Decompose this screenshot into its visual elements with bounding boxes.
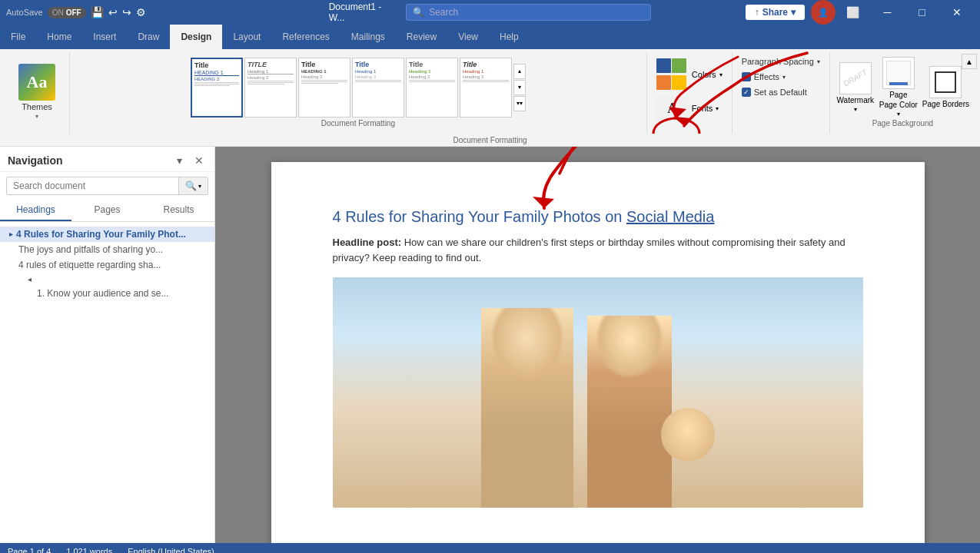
thumb4-title: Title — [355, 61, 401, 68]
tab-file[interactable]: File — [0, 25, 36, 49]
nav-collapse-button[interactable]: ▾ — [171, 153, 187, 168]
tab-review[interactable]: Review — [396, 25, 447, 49]
gallery-up-arrow[interactable]: ▴ — [513, 64, 526, 79]
save-icon[interactable]: 💾 — [91, 6, 104, 18]
maximize-button[interactable]: □ — [905, 0, 939, 25]
nav-search-dropdown-icon: ▾ — [198, 183, 201, 190]
doc-title-link[interactable]: Social Media — [626, 208, 715, 225]
nav-tab-headings[interactable]: Headings — [0, 200, 71, 221]
ribbon-toggle-button[interactable]: ⬜ — [835, 0, 870, 25]
tab-home[interactable]: Home — [36, 25, 82, 49]
thumb6-line2 — [463, 81, 509, 82]
thumb4-h2: Heading 2 — [355, 75, 401, 79]
tab-references[interactable]: References — [271, 25, 340, 49]
nav-collapse-icon: ◂ — [28, 275, 32, 283]
nav-tab-pages[interactable]: Pages — [71, 200, 143, 221]
fonts-label: Fonts — [692, 104, 713, 113]
share-button[interactable]: ↑ Share ▾ — [746, 5, 805, 20]
thumb3-line3 — [301, 83, 338, 84]
close-button[interactable]: ✕ — [939, 0, 974, 25]
undo-icon[interactable]: ↩ — [108, 6, 118, 18]
autosave-toggle[interactable]: ON OFF — [48, 7, 86, 18]
doc-image — [333, 277, 863, 508]
nav-item-arrow[interactable]: ◂ — [0, 273, 214, 286]
minimize-button[interactable]: ─ — [870, 0, 905, 25]
nav-tab-results[interactable]: Results — [143, 200, 214, 221]
nav-item-1[interactable]: ▸ 4 Rules for Sharing Your Family Phot..… — [0, 227, 214, 242]
baby-figure — [661, 408, 715, 462]
doc-area: 4 Rules for Sharing Your Family Photos o… — [215, 147, 980, 543]
tab-draw[interactable]: Draw — [127, 25, 170, 49]
profile-button[interactable]: 👤 — [811, 0, 835, 25]
tab-insert[interactable]: Insert — [82, 25, 127, 49]
color-swatch-blue — [656, 58, 671, 73]
nav-tree: ▸ 4 Rules for Sharing Your Family Phot..… — [0, 222, 214, 543]
thumb1-line3 — [194, 85, 230, 86]
tab-help[interactable]: Help — [489, 25, 530, 49]
thumb2-title: TITLE — [247, 61, 294, 68]
nav-item-3[interactable]: 4 rules of etiquette regarding sha... — [0, 257, 214, 273]
nav-item-1-label: 4 Rules for Sharing Your Family Phot... — [16, 229, 186, 240]
nav-close-button[interactable]: ✕ — [191, 153, 207, 168]
family-photo — [333, 277, 863, 508]
window-controls: 👤 ⬜ ─ □ ✕ — [811, 0, 974, 25]
search-box[interactable]: 🔍 — [406, 4, 651, 21]
fonts-button[interactable]: A Fonts ▾ — [653, 94, 726, 123]
paragraph-spacing-label: Paragraph Spacing — [742, 57, 814, 66]
format-thumb-6[interactable]: Title Heading 1 Heading 2 — [460, 58, 512, 118]
nav-item-2[interactable]: The joys and pitfalls of sharing yo... — [0, 242, 214, 257]
watermark-dropdown-icon: ▾ — [854, 106, 857, 113]
themes-button[interactable]: Aa Themes ▾ — [12, 61, 61, 123]
thumb5-title: Title — [409, 61, 455, 68]
thumb1-title: Title — [194, 61, 239, 69]
thumb5-line1 — [409, 80, 455, 81]
ribbon-tabs: File Home Insert Draw Design Layout Refe… — [0, 25, 980, 49]
watermark-text: DRAFT — [842, 68, 869, 88]
format-thumb-3[interactable]: Title HEADING 1 Heading 2 — [298, 58, 350, 118]
tab-view[interactable]: View — [447, 25, 489, 49]
nav-search-icon: 🔍 — [185, 180, 197, 191]
format-thumb-5[interactable]: Title Heading 1 Heading 2 — [406, 58, 458, 118]
status-bar: Page 1 of 4 1,021 words English (United … — [0, 543, 980, 553]
format-thumb-2[interactable]: TITLE Heading 1 Heading 2 — [244, 58, 297, 118]
title-bar: AutoSave ON OFF 💾 ↩ ↪ ⚙ Document1 - W...… — [0, 0, 980, 25]
effects-button[interactable]: ✓ Effects ▾ — [739, 71, 789, 83]
format-thumb-4[interactable]: Title Heading 1 Heading 2 — [352, 58, 404, 118]
thumb6-h1: Heading 1 — [463, 69, 509, 74]
thumb1-line2 — [194, 84, 239, 84]
format-thumb-1[interactable]: Title HEADING 1 HEADING 2 — [191, 58, 243, 118]
thumb3-line1 — [301, 80, 347, 81]
set-default-button[interactable]: ✓ Set as Default — [739, 86, 810, 98]
thumb6-title: Title — [463, 61, 509, 68]
watermark-button[interactable]: DRAFT Watermark ▾ — [836, 62, 875, 113]
page-color-sub: Page Color — [879, 101, 918, 109]
gallery-scroll: ▴ ▾ ▾▾ — [513, 64, 526, 111]
gallery-more-arrow[interactable]: ▾▾ — [513, 96, 526, 111]
colors-button[interactable]: Colors ▾ — [653, 55, 726, 94]
gallery-down-arrow[interactable]: ▾ — [513, 80, 526, 95]
tab-layout[interactable]: Layout — [222, 25, 271, 49]
nav-item-4-label: 1. Know your audience and se... — [37, 288, 168, 299]
doc-body-bold: Headline post: — [333, 237, 402, 248]
tab-mailings[interactable]: Mailings — [341, 25, 396, 49]
nav-search-input[interactable] — [7, 177, 178, 194]
page-color-button[interactable]: Page Page Color ▾ — [879, 57, 918, 118]
redo-icon[interactable]: ↪ — [122, 6, 131, 18]
search-input[interactable] — [429, 7, 644, 18]
thumb4-line2 — [355, 81, 401, 82]
nav-search-button[interactable]: 🔍 ▾ — [178, 177, 208, 194]
ribbon-content: Aa Themes ▾ Title HEADING 1 HEADING 2 — [0, 49, 980, 134]
themes-group-content: Aa Themes ▾ — [12, 55, 61, 127]
customize-icon[interactable]: ⚙ — [136, 6, 146, 18]
mom-figure — [587, 316, 672, 508]
fonts-dropdown-icon: ▾ — [716, 105, 719, 112]
thumb3-h2: Heading 2 — [301, 75, 347, 79]
nav-item-4[interactable]: 1. Know your audience and se... — [0, 286, 214, 301]
tab-design[interactable]: Design — [170, 25, 222, 49]
nav-search-box[interactable]: 🔍 ▾ — [6, 177, 208, 195]
paragraph-spacing-button[interactable]: Paragraph Spacing ▾ — [739, 55, 823, 68]
thumb4-h1: Heading 1 — [355, 69, 401, 74]
collapse-ribbon-button[interactable]: ▲ — [962, 54, 977, 69]
page-color-icon — [882, 57, 915, 89]
thumb3-title: Title — [301, 61, 347, 68]
